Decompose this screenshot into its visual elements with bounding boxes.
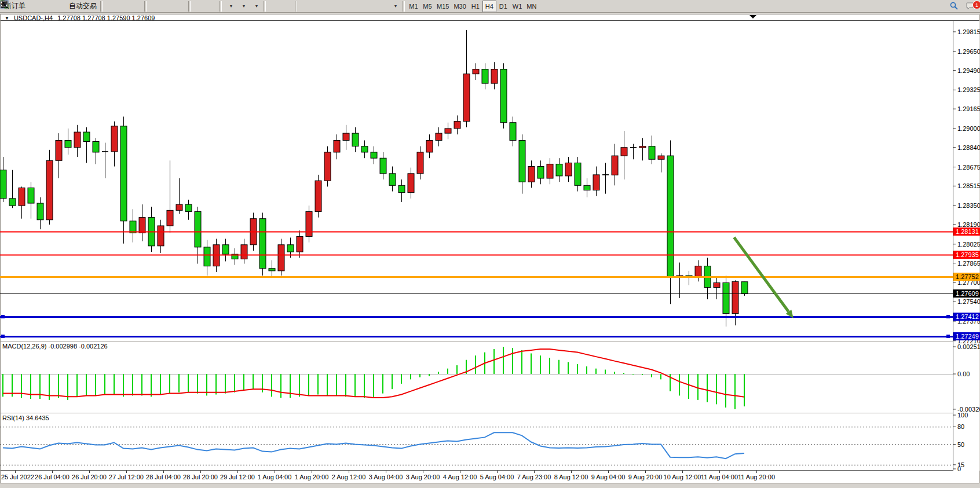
price-tick-label: 1.29490: [957, 67, 980, 74]
candle-body: [500, 69, 507, 123]
macd-histogram-bar: [725, 374, 726, 408]
toolbar-separator: [144, 1, 147, 12]
macd-histogram-bar: [429, 374, 430, 376]
macd-histogram-bar: [290, 374, 291, 398]
tile-windows-button[interactable]: [174, 1, 187, 12]
candle-body: [195, 211, 201, 247]
candle-body: [65, 140, 71, 147]
time-tick-label: 11 Aug 20:00: [738, 474, 775, 480]
dropdown-caret-icon[interactable]: ▼: [229, 4, 233, 8]
chart-shift-button[interactable]: [205, 1, 218, 12]
candle-body: [111, 126, 118, 152]
chart-menu-caret-icon[interactable]: ▼: [5, 16, 9, 21]
macd-histogram-bar: [540, 355, 541, 374]
hline-button[interactable]: [312, 1, 324, 12]
zoom-out-button[interactable]: [161, 1, 174, 12]
candle-body: [130, 221, 136, 233]
candle-body: [371, 152, 377, 158]
candle-body: [593, 175, 599, 190]
macd-tick-label: 0.00: [957, 370, 970, 377]
macd-histogram-bar: [679, 374, 680, 395]
candle-body: [315, 181, 321, 211]
candle-body: [491, 69, 498, 84]
fibonacci-button[interactable]: F: [350, 1, 363, 12]
price-badge-text: 1.27249: [956, 333, 979, 340]
price-tick-label: 1.29000: [957, 125, 980, 132]
timeframe-m30-button[interactable]: M30: [451, 1, 468, 12]
price-badge-text: 1.28131: [956, 228, 979, 235]
blue-hline-lower-left-handle[interactable]: [1, 335, 5, 338]
macd-histogram-bar: [651, 374, 652, 377]
candle-body: [361, 146, 368, 152]
label-button[interactable]: T: [375, 1, 388, 12]
timeframe-m15-button[interactable]: M15: [434, 1, 451, 12]
chat-button[interactable]: 1: [965, 1, 978, 12]
price-tick-label: 1.28515: [957, 182, 980, 189]
price-badge-text: 1.27935: [956, 251, 979, 258]
candle-body: [575, 163, 581, 185]
crosshair-button[interactable]: [280, 1, 293, 12]
bar-chart-button[interactable]: [104, 1, 117, 12]
blue-hline-upper-left-handle[interactable]: [1, 315, 5, 318]
chart-title-strip: ▼ USDCAD-,H4 1.27708 1.27708 1.27590 1.2…: [5, 14, 155, 21]
cursor-button[interactable]: [268, 1, 280, 12]
chart-symbol-period: USDCAD-,H4: [14, 14, 53, 21]
macd-histogram-bar: [568, 362, 569, 374]
macd-histogram-bar: [531, 353, 532, 374]
dropdown-caret-icon[interactable]: ▼: [394, 4, 398, 8]
price-axis[interactable]: 1.298151.296501.294901.293251.291651.290…: [953, 21, 980, 472]
market-watch-button[interactable]: [40, 1, 53, 12]
macd-histogram-bar: [493, 349, 495, 374]
chart-area[interactable]: MACD(12,26,9) -0.002998 -0.002126RSI(14)…: [0, 0, 980, 488]
dropdown-caret-icon[interactable]: ▼: [242, 4, 246, 8]
price-badge-1.28131: 1.28131: [953, 228, 980, 236]
toolbar: 新订单自动交易▼▼▼EFAT▼M1M5M15M30H1H4D1W1MN1: [0, 0, 980, 13]
profile-button[interactable]: [27, 1, 40, 12]
periods-button[interactable]: ▼: [236, 1, 249, 12]
candlestick-button[interactable]: [117, 1, 130, 12]
macd-histogram-bar: [151, 374, 152, 397]
candle-body: [19, 188, 25, 206]
timeframe-m5-button[interactable]: M5: [420, 1, 434, 12]
auto-scroll-button[interactable]: [192, 1, 205, 12]
macd-histogram-bar: [132, 374, 133, 395]
channel-button[interactable]: E: [337, 1, 350, 12]
candle-body: [204, 247, 210, 266]
vline-button[interactable]: [299, 1, 312, 12]
blue-hline-lower-right-handle[interactable]: [946, 335, 950, 338]
timeframe-h4-button[interactable]: H4: [482, 1, 496, 12]
macd-histogram-bar: [697, 374, 699, 400]
dropdown-caret-icon[interactable]: ▼: [255, 4, 259, 8]
zoom-in-button[interactable]: [148, 1, 161, 12]
candle-body: [9, 199, 16, 206]
macd-histogram-bar: [225, 374, 226, 394]
text-button[interactable]: A: [363, 1, 375, 12]
indicators-button[interactable]: ▼: [224, 1, 236, 12]
line-chart-button[interactable]: [130, 1, 142, 12]
candle-body: [612, 156, 618, 175]
blue-hline-upper-right-handle[interactable]: [946, 315, 950, 318]
candle-body: [556, 164, 562, 175]
candle-body: [74, 132, 81, 148]
macd-histogram-bar: [595, 369, 597, 374]
signals-button[interactable]: [53, 1, 65, 12]
templates-button[interactable]: ▼: [249, 1, 262, 12]
macd-histogram-bar: [373, 374, 374, 398]
price-tick-label: 1.28350: [957, 202, 980, 209]
search-button[interactable]: [949, 1, 961, 12]
time-tick-label: 9 Aug 04:00: [591, 474, 626, 480]
trendline-button[interactable]: [324, 1, 337, 12]
candle-body: [380, 158, 386, 174]
auto-trading-button[interactable]: 自动交易: [65, 1, 98, 12]
time-tick-label: 4 Aug 12:00: [443, 474, 477, 480]
candle-body: [297, 236, 303, 252]
timeframe-mn-button[interactable]: MN: [524, 1, 539, 12]
timeframe-w1-button[interactable]: W1: [510, 1, 525, 12]
shapes-button[interactable]: ▼: [388, 1, 401, 12]
timeframe-m1-button[interactable]: M1: [407, 1, 420, 12]
timeframe-d1-button[interactable]: D1: [496, 1, 510, 12]
candle-body: [667, 156, 674, 277]
timeframe-h1-button[interactable]: H1: [469, 1, 482, 12]
price-tick-label: 1.28190: [957, 221, 980, 228]
macd-histogram-bar: [512, 348, 513, 374]
